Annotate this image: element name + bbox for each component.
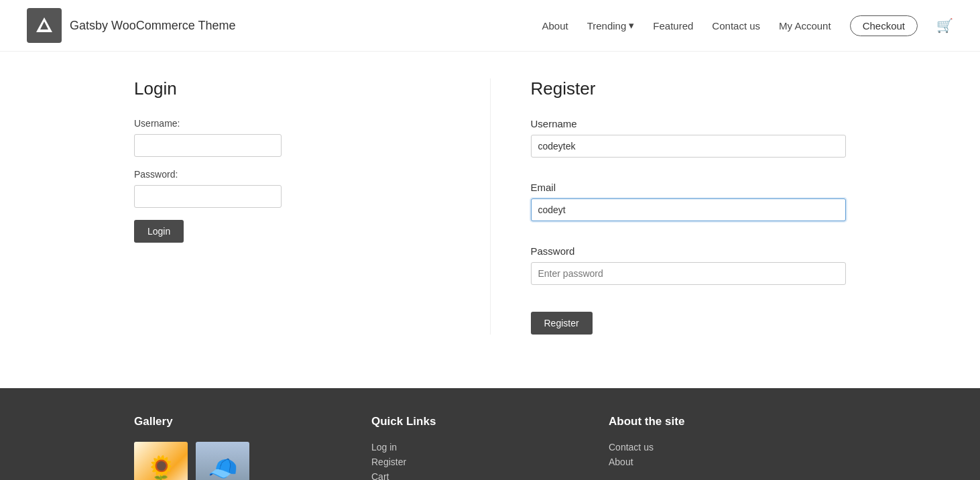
username-field-group: Username:	[134, 118, 450, 169]
gallery-thumb-1: 🌻	[134, 442, 188, 480]
password-field-group: Password:	[134, 169, 450, 220]
login-button[interactable]: Login	[134, 220, 184, 243]
gallery-thumbnails: 🌻 🧢	[134, 442, 371, 480]
reg-password-group: Password	[531, 245, 847, 297]
about-site-title: About the site	[609, 415, 846, 428]
password-input[interactable]	[134, 185, 282, 208]
login-title: Login	[134, 78, 450, 99]
chevron-down-icon: ▾	[629, 19, 634, 32]
reg-password-input[interactable]	[531, 262, 847, 285]
about-links-list: Contact us About	[609, 442, 846, 467]
quicklinks-title: Quick Links	[371, 415, 609, 428]
footer-link-cart[interactable]: Cart	[371, 471, 609, 480]
quick-links-list: Log in Register Cart	[371, 442, 609, 480]
main-nav: About Trending ▾ Featured Contact us My …	[542, 15, 953, 36]
footer-about-col: About the site Contact us About	[609, 415, 846, 480]
reg-email-input[interactable]	[531, 198, 847, 221]
nav-item-contact[interactable]: Contact us	[712, 20, 760, 32]
footer-link-about[interactable]: About	[609, 457, 846, 467]
gallery-title: Gallery	[134, 415, 371, 428]
reg-email-label: Email	[531, 182, 847, 193]
gallery-thumb-2: 🧢	[196, 442, 249, 480]
cart-icon[interactable]: 🛒	[936, 17, 953, 34]
footer-link-contact[interactable]: Contact us	[609, 442, 846, 453]
nav-item-myaccount[interactable]: My Account	[779, 20, 831, 32]
footer: Gallery 🌻 🧢 Quick Links Log in Register …	[0, 388, 980, 480]
login-section: Login Username: Password: Login	[134, 78, 490, 335]
username-input[interactable]	[134, 134, 282, 157]
footer-quicklinks-col: Quick Links Log in Register Cart	[371, 415, 609, 480]
register-section: Register Username Email Password Registe…	[490, 78, 847, 335]
register-button[interactable]: Register	[531, 312, 593, 335]
footer-gallery-col: Gallery 🌻 🧢	[134, 415, 371, 480]
footer-link-login[interactable]: Log in	[371, 442, 609, 453]
gatsby-logo-svg	[35, 16, 54, 35]
reg-username-label: Username	[531, 118, 847, 129]
reg-email-group: Email	[531, 182, 847, 233]
main-content: Login Username: Password: Login Register…	[0, 52, 980, 388]
footer-link-register[interactable]: Register	[371, 457, 609, 467]
reg-password-label: Password	[531, 245, 847, 257]
register-title: Register	[531, 78, 847, 99]
reg-username-input[interactable]	[531, 135, 847, 158]
header: Gatsby WooCommerce Theme About Trending …	[0, 0, 980, 52]
logo-link[interactable]: Gatsby WooCommerce Theme	[27, 8, 235, 43]
password-label: Password:	[134, 169, 450, 180]
reg-username-group: Username	[531, 118, 847, 170]
nav-item-trending[interactable]: Trending ▾	[587, 19, 635, 32]
checkout-button[interactable]: Checkout	[850, 15, 918, 36]
logo-icon	[27, 8, 62, 43]
username-label: Username:	[134, 118, 450, 129]
nav-item-featured[interactable]: Featured	[653, 20, 693, 32]
site-title: Gatsby WooCommerce Theme	[70, 19, 235, 33]
nav-item-about[interactable]: About	[542, 20, 568, 32]
